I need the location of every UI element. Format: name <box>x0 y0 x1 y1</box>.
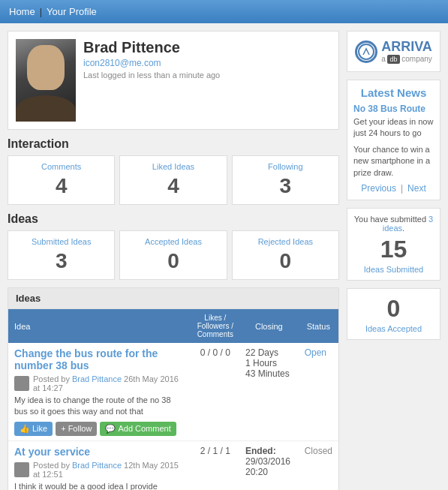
idea-avatar-2 <box>14 462 29 477</box>
col-idea: Idea <box>8 309 191 343</box>
arriva-sub: a db company <box>381 55 432 64</box>
idea-desc-2: I think it would be a good idea I provid… <box>14 481 185 490</box>
status-badge-2: Closed <box>305 446 332 456</box>
stat-submitted-label: Submitted Ideas <box>14 237 108 246</box>
profile-email[interactable]: icon2810@me.com <box>83 58 220 68</box>
idea-desc-1: My idea is to change the route of the no… <box>14 395 185 418</box>
news-item-text-2: Your chance to win a new smartphone in a… <box>353 144 434 179</box>
avatar-image <box>16 39 76 122</box>
arriva-logo-inner: ARRIVA a db company <box>355 39 432 64</box>
news-next[interactable]: Next <box>407 183 426 194</box>
idea-author-2[interactable]: Brad Pittance <box>72 461 122 470</box>
news-item-title[interactable]: No 38 Bus Route <box>353 104 434 114</box>
stat-liked-value: 4 <box>126 174 220 198</box>
follow-icon: + <box>61 424 65 433</box>
submitted-label: Ideas Submitted <box>353 265 434 274</box>
table-row: At your service Posted by Brad Pittance … <box>8 440 338 490</box>
votes-cell-2: 2 / 1 / 1 <box>191 440 239 490</box>
accepted-box: 0 Ideas Accepted <box>347 288 440 340</box>
closing-cell-1: 22 Days1 Hours43 Minutes <box>239 343 299 440</box>
idea-actions-1: 👍 Like + Follow 💬 Add Comment <box>14 422 185 436</box>
interaction-title: Interaction <box>8 137 339 151</box>
stat-following: Following 3 <box>232 155 339 205</box>
db-badge: db <box>387 55 399 64</box>
news-nav: Previous | Next <box>353 183 434 194</box>
stat-submitted-value: 3 <box>14 249 108 273</box>
ideas-table-header: Ideas <box>8 288 338 309</box>
stat-rejected-label: Rejected Ideas <box>239 237 332 246</box>
stat-comments-label: Comments <box>14 162 108 171</box>
stat-following-label: Following <box>239 162 332 171</box>
nav-separator: | <box>40 6 42 17</box>
submitted-count: 15 <box>353 236 434 263</box>
status-cell-2: Closed <box>299 440 338 490</box>
ideas-title: Ideas <box>8 212 339 226</box>
left-column: Brad Pittence icon2810@me.com Last logge… <box>8 31 339 490</box>
follow-button-1[interactable]: + Follow <box>56 422 97 436</box>
arriva-logo: ARRIVA a db company <box>347 31 440 72</box>
profile-section: Brad Pittence icon2810@me.com Last logge… <box>8 31 339 130</box>
arriva-brand: ARRIVA a db company <box>381 39 432 64</box>
stat-liked-label: Liked Ideas <box>126 162 220 171</box>
stat-comments-value: 4 <box>14 174 108 198</box>
profile-name: Brad Pittence <box>83 39 220 56</box>
comment-button-1[interactable]: 💬 Add Comment <box>100 422 176 436</box>
idea-posted-2: Posted by Brad Pittance 12th May 2015 at… <box>33 461 185 479</box>
profile-last-login: Last logged in less than a minute ago <box>83 71 220 80</box>
news-item-text-1: Get your ideas in now just 24 hours to g… <box>353 116 434 140</box>
right-column: ARRIVA a db company Latest News No 38 Bu… <box>347 31 440 490</box>
stat-rejected-ideas: Rejected Ideas 0 <box>232 230 339 280</box>
table-row: Change the bus route for the number 38 b… <box>8 343 338 440</box>
accepted-label: Ideas Accepted <box>353 324 434 333</box>
stat-accepted-ideas: Accepted Ideas 0 <box>119 230 227 280</box>
idea-title-1[interactable]: Change the bus route for the number 38 b… <box>14 347 185 371</box>
avatar <box>16 39 76 122</box>
latest-news: Latest News No 38 Bus Route Get your ide… <box>347 80 440 200</box>
idea-author-1[interactable]: Brad Pittance <box>72 374 122 383</box>
stat-comments: Comments 4 <box>8 155 115 205</box>
col-likes: Likes /Followers /Comments <box>191 309 239 343</box>
col-closing: Closing <box>239 309 299 343</box>
submitted-text: You have submitted 3 ideas. <box>353 215 434 233</box>
svg-point-0 <box>359 44 374 59</box>
votes-cell-1: 0 / 0 / 0 <box>191 343 239 440</box>
arriva-circle <box>355 41 377 63</box>
stat-accepted-label: Accepted Ideas <box>126 237 220 246</box>
latest-news-title: Latest News <box>353 86 434 99</box>
status-badge-1: Open <box>305 347 326 358</box>
col-status: Status <box>299 309 338 343</box>
submitted-box: You have submitted 3 ideas. 15 Ideas Sub… <box>347 208 440 281</box>
closing-cell-2: Ended:29/03/2016 20:20 <box>239 440 299 490</box>
stat-submitted-ideas: Submitted Ideas 3 <box>8 230 115 280</box>
stat-accepted-value: 0 <box>126 249 220 273</box>
accepted-count: 0 <box>353 295 434 323</box>
navbar: Home | Your Profile <box>0 0 448 23</box>
interaction-stats: Comments 4 Liked Ideas 4 Following 3 <box>8 155 339 205</box>
stat-following-value: 3 <box>239 174 332 198</box>
idea-avatar-1 <box>14 376 29 391</box>
idea-posted-1: Posted by Brad Pittance 26th May 2016 at… <box>33 374 185 392</box>
news-prev[interactable]: Previous <box>361 183 396 194</box>
comment-icon: 💬 <box>105 424 116 434</box>
thumbs-up-icon: 👍 <box>20 424 30 434</box>
like-button-1[interactable]: 👍 Like <box>14 422 53 436</box>
status-cell-1: Open <box>299 343 338 440</box>
idea-meta-1: Posted by Brad Pittance 26th May 2016 at… <box>14 374 185 392</box>
arriva-text: ARRIVA <box>381 39 432 55</box>
stat-rejected-value: 0 <box>239 249 332 273</box>
stat-liked-ideas: Liked Ideas 4 <box>119 155 227 205</box>
submitted-ideas-link[interactable]: 3 ideas <box>383 215 433 233</box>
ideas-section: Ideas Idea Likes /Followers /Comments Cl… <box>8 287 339 490</box>
ideas-table: Idea Likes /Followers /Comments Closing … <box>8 309 338 490</box>
idea-cell-2: At your service Posted by Brad Pittance … <box>8 440 191 490</box>
idea-cell-1: Change the bus route for the number 38 b… <box>8 343 191 440</box>
ideas-stats: Submitted Ideas 3 Accepted Ideas 0 Rejec… <box>8 230 339 280</box>
news-nav-sep: | <box>401 183 403 194</box>
nav-profile[interactable]: Your Profile <box>47 6 97 17</box>
arriva-icon <box>357 43 375 61</box>
idea-title-2[interactable]: At your service <box>14 446 185 458</box>
idea-meta-2: Posted by Brad Pittance 12th May 2015 at… <box>14 461 185 479</box>
nav-home[interactable]: Home <box>9 6 35 17</box>
profile-info: Brad Pittence icon2810@me.com Last logge… <box>83 39 220 80</box>
